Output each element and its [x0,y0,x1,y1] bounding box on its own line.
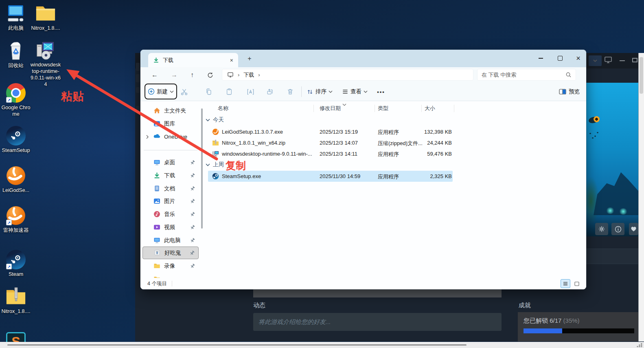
forward-button[interactable]: → [169,70,180,80]
delete-button[interactable] [286,87,295,96]
column-header-size[interactable]: 大小 [425,105,435,112]
desktop-icon-steam-setup[interactable]: SteamSetup [0,126,32,154]
sidebar-item-downloads[interactable]: 下载 [142,169,199,182]
paste-button[interactable] [225,87,234,96]
sidebar-scrollbar[interactable] [201,108,203,229]
recycle-bin-small-icon [154,249,161,256]
desktop-icon-label: 此电脑 [0,25,32,31]
pin-icon [190,160,195,165]
sidebar-item-videos[interactable]: 视频 [142,221,199,233]
cut-button[interactable] [180,87,188,96]
achievements-section-label: 成就 [519,302,531,309]
desktop-icon-leigod-setup[interactable]: LeiGodSe... [0,165,32,194]
desktop-icon-label: LeiGodSe... [0,187,32,194]
desktop-icon-steam[interactable]: Steam [0,249,32,278]
rename-button[interactable] [246,87,255,96]
sidebar-item-this-pc[interactable]: 此电脑 [142,234,199,247]
back-button[interactable]: ← [149,70,160,80]
sidebar-item-documents[interactable]: 文档 [142,182,199,195]
sidebar-item-haochigui[interactable]: 好吃鬼 [142,247,199,259]
activity-comment-input[interactable]: 将此游戏介绍给您的好友... [253,313,502,331]
sidebar-item-music[interactable]: 音乐 [142,208,199,220]
desktop-icon-this-pc[interactable]: 此电脑 [0,3,32,31]
steam-sidebar-item [136,74,140,82]
steam-maximize-button[interactable] [632,58,637,62]
steam-favorite-button[interactable] [629,223,638,235]
sidebar-item-pictures[interactable]: 图片 [142,195,199,207]
steam-dropdown-button[interactable] [589,55,602,66]
window-maximize-button[interactable] [551,50,569,67]
expand-chevron-icon[interactable] [146,135,149,139]
sidebar-item-partial[interactable] [142,273,199,278]
file-row-nitrox-zip[interactable]: Nitrox_1.8.0.1_win_x64.zip 2025/12/3 14:… [206,137,585,148]
breadcrumb-item-downloads[interactable]: 下载 [243,71,254,79]
status-divider [172,281,172,286]
installer-icon [35,40,56,60]
zip-folder-icon [6,286,26,307]
up-button[interactable]: ↑ [187,70,197,80]
group-header-last-week[interactable]: 上周 [206,160,224,170]
desktop-icon-nitrox-zip[interactable]: Nitrox_1.8.... [0,286,32,315]
more-options-button[interactable] [377,87,386,96]
tab-downloads[interactable]: 下载 [148,53,238,67]
file-row-runtime[interactable]: windowsdesktop-runtime-9.0.11-win-... 20… [206,148,585,159]
chrome-icon [6,83,26,103]
steam-sidebar-item [136,63,140,71]
preview-button[interactable]: 预览 [559,86,580,97]
list-lines-icon [342,88,348,95]
activity-section-label: 动态 [253,302,265,309]
search-placeholder: 在 下载 中搜索 [482,71,516,79]
heart-icon [631,226,637,232]
achievements-card[interactable]: 您已解锁 6/17 (35%) [518,312,639,341]
sidebar-item-desktop[interactable]: 桌面 [142,156,199,169]
file-row-steamsetup[interactable]: SteamSetup.exe 2025/11/30 14:59 应用程序 2,3… [208,171,453,182]
resize-grip-icon[interactable] [637,343,642,347]
new-button[interactable]: 新建 [145,84,177,99]
desktop-icon-chrome[interactable]: Google Chrome [0,83,32,117]
file-row-leigodsetup[interactable]: LeiGodSetup.11.3.0.7.exe 2025/12/3 15:19… [206,126,585,137]
sidebar-item-recordings[interactable]: 录像 [142,260,199,272]
chevron-down-icon [206,119,210,121]
steam-minimize-button[interactable] [620,60,625,61]
steam-scrollbar[interactable] [638,53,644,341]
steam-display-icon[interactable] [604,56,612,65]
sidebar-item-home[interactable]: 主文件夹 [142,104,199,117]
scissors-icon [180,88,188,96]
column-header-type[interactable]: 类型 [378,105,388,112]
new-tab-button[interactable] [245,54,254,64]
shipwreck-silhouette [594,160,638,215]
window-minimize-button[interactable] [532,50,550,67]
refresh-button[interactable] [205,70,215,80]
sidebar-item-gallery[interactable]: 图库 [142,117,199,130]
view-button[interactable]: 查看 [342,86,368,97]
steam-info-button[interactable] [611,223,624,235]
window-close-button[interactable] [569,50,586,67]
chevron-right-icon [238,72,239,78]
desktop-icon-leigod-accelerator[interactable]: 雷神加速器 [0,205,32,233]
download-icon [153,172,160,179]
tab-close-icon[interactable] [230,57,233,64]
steam-settings-button[interactable] [595,223,608,235]
desktop-icon-runtime-installer[interactable]: windowsdesktop-runtime-9.0.11-win-x64 [30,40,61,88]
group-header-today[interactable]: 今天 [206,115,224,125]
column-header-name[interactable]: 名称 [218,105,228,112]
sidebar-item-onedrive[interactable]: OneDrive [142,130,199,143]
breadcrumb[interactable]: 下载 [222,69,473,81]
copy-button[interactable] [204,87,213,96]
chevron-down-icon [170,90,174,93]
pin-icon [190,186,195,191]
search-input[interactable]: 在 下载 中搜索 [477,69,576,81]
view-thumbnail-toggle[interactable] [572,279,582,288]
column-header-date[interactable]: 修改日期 [320,105,341,112]
sort-button[interactable]: 排序 [307,86,333,97]
file-list: 名称 修改日期 类型 大小 今天 LeiGodSetup.11.3.0.7.ex… [206,101,585,278]
steam-friends-row [586,249,638,264]
info-icon [615,226,622,233]
view-list-toggle[interactable] [561,279,570,288]
desktop-icon-nitrox-folder[interactable]: Nitrox_1.8.... [30,3,61,31]
desktop-icon-recycle-bin[interactable]: 回收站 [0,41,32,69]
taskbar-strip[interactable] [0,342,644,348]
share-button[interactable] [265,87,274,96]
desktop-icon-label: 雷神加速器 [0,227,32,233]
steam-sidebar-item [136,87,140,93]
